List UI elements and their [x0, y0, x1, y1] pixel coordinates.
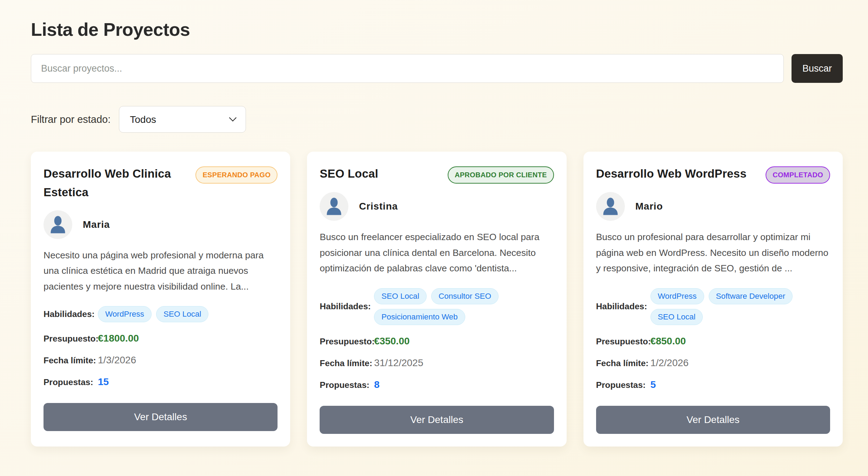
status-badge: COMPLETADO	[766, 166, 830, 184]
deadline-label: Fecha límite:	[320, 358, 374, 368]
person-icon	[596, 192, 625, 221]
skills-row: Habilidades: SEO Local Consultor SEO Pos…	[320, 288, 554, 325]
search-input[interactable]	[31, 54, 784, 83]
proposals-row: Propuestas: 15	[44, 376, 278, 388]
budget-row: Presupuesto: €350.00	[320, 336, 554, 347]
card-header: Desarrollo Web WordPress COMPLETADO	[596, 164, 830, 184]
client-name: Mario	[635, 201, 663, 212]
project-description: Necesito una página web profesional y mo…	[44, 247, 278, 295]
budget-label: Presupuesto:	[596, 337, 650, 346]
budget-value: €350.00	[374, 336, 409, 347]
deadline-label: Fecha límite:	[596, 358, 650, 368]
deadline-row: Fecha límite: 1/2/2026	[596, 357, 830, 369]
deadline-row: Fecha límite: 1/3/2026	[44, 355, 278, 366]
skill-chip: Software Developer	[709, 288, 793, 304]
skills-row: Habilidades: WordPress SEO Local	[44, 306, 278, 322]
deadline-value: 1/2/2026	[650, 357, 689, 369]
skills-row: Habilidades: WordPress Software Develope…	[596, 288, 830, 325]
search-button[interactable]: Buscar	[792, 54, 843, 83]
skill-chip: SEO Local	[374, 288, 427, 304]
skill-chip: Consultor SEO	[431, 288, 499, 304]
skill-chip: SEO Local	[156, 306, 209, 322]
client-name: Cristina	[359, 201, 398, 212]
project-title: SEO Local	[320, 164, 378, 183]
skill-chip: SEO Local	[650, 309, 703, 325]
client-row: Cristina	[320, 192, 554, 221]
project-description: Busco un profesional para desarrollar y …	[596, 229, 830, 276]
proposals-value: 8	[374, 379, 380, 390]
view-details-button[interactable]: Ver Detalles	[44, 403, 278, 431]
status-filter-select[interactable]: Todos	[119, 106, 246, 133]
person-icon	[44, 210, 72, 239]
project-title: Desarrollo Web WordPress	[596, 164, 747, 183]
view-details-button[interactable]: Ver Detalles	[320, 406, 554, 434]
project-card-grid: Desarrollo Web Clinica Estetica ESPERAND…	[31, 152, 843, 447]
status-badge: APROBADO POR CLIENTE	[448, 166, 554, 184]
status-badge: ESPERANDO PAGO	[195, 166, 278, 184]
budget-row: Presupuesto: €1800.00	[44, 333, 278, 344]
project-card: Desarrollo Web WordPress COMPLETADO Mari…	[583, 152, 843, 447]
budget-label: Presupuesto:	[320, 337, 374, 346]
view-details-button[interactable]: Ver Detalles	[596, 406, 830, 434]
card-header: Desarrollo Web Clinica Estetica ESPERAND…	[44, 164, 278, 202]
skill-chip: WordPress	[650, 288, 704, 304]
project-description: Busco un freelancer especializado en SEO…	[320, 229, 554, 276]
proposals-value: 5	[650, 379, 656, 390]
deadline-row: Fecha límite: 31/12/2025	[320, 357, 554, 369]
project-card: SEO Local APROBADO POR CLIENTE Cristina …	[307, 152, 566, 447]
client-name: Maria	[83, 219, 110, 230]
search-bar: Buscar	[31, 54, 843, 83]
status-filter: Filtrar por estado: Todos	[31, 106, 843, 133]
deadline-value: 31/12/2025	[374, 357, 423, 369]
skills-label: Habilidades:	[44, 309, 98, 319]
budget-value: €1800.00	[98, 333, 139, 344]
person-icon	[320, 192, 348, 221]
proposals-label: Propuestas:	[596, 380, 650, 390]
skill-chip: Posicionamiento Web	[374, 309, 465, 325]
card-header: SEO Local APROBADO POR CLIENTE	[320, 164, 554, 184]
deadline-value: 1/3/2026	[98, 355, 136, 366]
page-title: Lista de Proyectos	[31, 19, 843, 40]
budget-row: Presupuesto: €850.00	[596, 336, 830, 347]
filter-label: Filtrar por estado:	[31, 114, 111, 125]
proposals-label: Propuestas:	[320, 380, 374, 390]
skills-label: Habilidades:	[596, 302, 650, 311]
project-card: Desarrollo Web Clinica Estetica ESPERAND…	[31, 152, 290, 447]
budget-value: €850.00	[650, 336, 686, 347]
proposals-value: 15	[98, 376, 109, 388]
skill-chip-list: SEO Local Consultor SEO Posicionamiento …	[374, 288, 554, 325]
proposals-row: Propuestas: 5	[596, 379, 830, 390]
client-row: Mario	[596, 192, 830, 221]
status-filter-select-wrap: Todos	[119, 106, 246, 133]
skill-chip-list: WordPress SEO Local	[98, 306, 208, 322]
proposals-label: Propuestas:	[44, 377, 98, 387]
skill-chip-list: WordPress Software Developer SEO Local	[650, 288, 830, 325]
proposals-row: Propuestas: 8	[320, 379, 554, 390]
project-title: Desarrollo Web Clinica Estetica	[44, 164, 188, 202]
deadline-label: Fecha límite:	[44, 356, 98, 365]
skills-label: Habilidades:	[320, 302, 374, 311]
skill-chip: WordPress	[98, 306, 152, 322]
client-row: Maria	[44, 210, 278, 239]
budget-label: Presupuesto:	[44, 334, 98, 344]
projects-page: Lista de Proyectos Buscar Filtrar por es…	[0, 0, 868, 447]
